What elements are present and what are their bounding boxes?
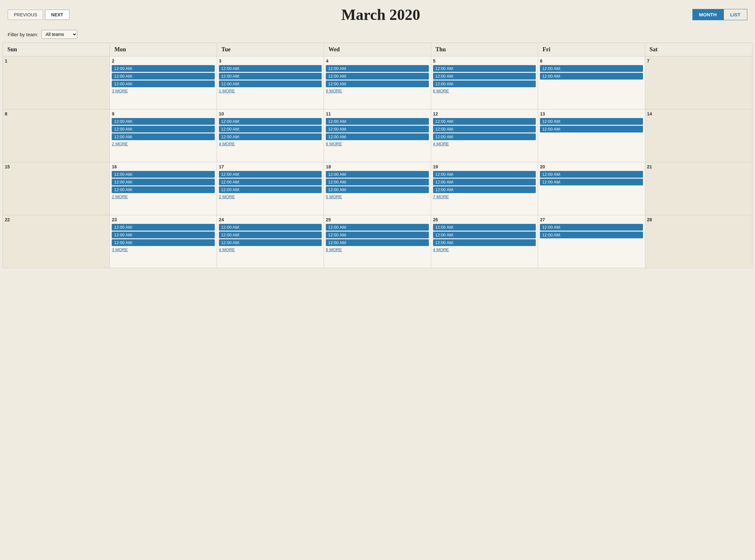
event-bar[interactable]: 12:00 AM: [219,224,322,231]
event-bar[interactable]: 12:00 AM: [112,239,214,246]
event-bar[interactable]: 12:00 AM: [219,239,322,246]
calendar-day-11: 1112:00 AM:12:00 AM:12:00 AM:6 MORE [324,109,431,162]
more-link[interactable]: 3 MORE [112,247,214,252]
more-link[interactable]: 6 MORE [326,247,428,252]
event-bar[interactable]: 12:00 AM: [540,224,643,231]
calendar-day-27: 2712:00 AM:12:00 AM: [538,215,645,268]
event-bar[interactable]: 12:00 AM: [540,126,643,133]
team-filter-select[interactable]: All teams Team A Team B Team C [41,30,77,39]
event-bar[interactable]: 12:00 AM: [326,171,428,178]
event-bar[interactable]: 12:00 AM: [219,232,322,238]
event-bar[interactable]: 12:00 AM: [433,126,536,133]
event-bar[interactable]: 12:00 AM: [112,80,214,87]
event-bar[interactable]: 12:00 AM: [112,134,214,140]
event-bar[interactable]: 12:00 AM: [433,134,536,140]
day-number: 2 [112,58,214,63]
more-link[interactable]: 6 MORE [326,141,428,146]
day-number: 5 [433,58,536,63]
calendar-day-19: 1912:00 AM:12:00 AM:12:00 AM:7 MORE [431,162,538,215]
calendar-day-25: 2512:00 AM:12:00 AM:12:00 AM:6 MORE [324,215,431,268]
next-button[interactable]: NEXT [45,9,69,20]
more-link[interactable]: 4 MORE [433,141,536,146]
previous-button[interactable]: PREVIOUS [8,9,43,20]
event-bar[interactable]: 12:00 AM: [433,80,536,87]
event-bar[interactable]: 12:00 AM: [433,73,536,80]
event-bar[interactable]: 12:00 AM: [540,179,643,185]
event-bar[interactable]: 12:00 AM: [540,65,643,72]
event-bar[interactable]: 12:00 AM: [326,224,428,231]
day-number: 1 [5,58,108,63]
event-bar[interactable]: 12:00 AM: [326,179,428,185]
event-bar[interactable]: 12:00 AM: [219,80,322,87]
event-bar[interactable]: 12:00 AM: [112,179,214,185]
event-bar[interactable]: 12:00 AM: [112,73,214,80]
day-number: 15 [5,164,108,169]
calendar-day-2: 212:00 AM:12:00 AM:12:00 AM:3 MORE [110,57,217,109]
event-bar[interactable]: 12:00 AM: [433,239,536,246]
event-bar[interactable]: 12:00 AM: [326,186,428,193]
calendar-day-21: 21 [645,162,752,215]
nav-buttons: PREVIOUS NEXT [8,9,69,20]
event-bar[interactable]: 12:00 AM: [326,126,428,133]
event-bar[interactable]: 12:00 AM: [219,134,322,140]
event-bar[interactable]: 12:00 AM: [540,118,643,125]
event-bar[interactable]: 12:00 AM: [433,186,536,193]
more-link[interactable]: 4 MORE [433,247,536,252]
event-bar[interactable]: 12:00 AM: [326,239,428,246]
header-mon: Mon [110,43,217,56]
event-bar[interactable]: 12:00 AM: [326,65,428,72]
day-number: 13 [540,111,643,116]
more-link[interactable]: 2 MORE [112,194,214,199]
event-bar[interactable]: 12:00 AM: [112,232,214,238]
event-bar[interactable]: 12:00 AM: [433,65,536,72]
calendar-day-6: 612:00 AM:12:00 AM: [538,57,645,109]
more-link[interactable]: 4 MORE [219,247,322,252]
day-number: 23 [112,217,214,222]
more-link[interactable]: 5 MORE [326,194,428,199]
day-number: 24 [219,217,322,222]
calendar-wrapper: Sun Mon Tue Wed Thu Fri Sat 1212:00 AM:1… [3,43,752,268]
more-link[interactable]: 7 MORE [433,194,536,199]
event-bar[interactable]: 12:00 AM: [326,118,428,125]
event-bar[interactable]: 12:00 AM: [219,118,322,125]
calendar-day-3: 312:00 AM:12:00 AM:12:00 AM:1 MORE [217,57,324,109]
event-bar[interactable]: 12:00 AM: [433,232,536,238]
event-bar[interactable]: 12:00 AM: [433,171,536,178]
event-bar[interactable]: 12:00 AM: [219,179,322,185]
event-bar[interactable]: 12:00 AM: [433,118,536,125]
event-bar[interactable]: 12:00 AM: [433,224,536,231]
event-bar[interactable]: 12:00 AM: [219,171,322,178]
list-view-button[interactable]: LIST [723,9,748,20]
more-link[interactable]: 2 MORE [219,194,322,199]
more-link[interactable]: 1 MORE [219,88,322,93]
event-bar[interactable]: 12:00 AM: [112,126,214,133]
view-toggle: MONTH LIST [692,9,748,20]
event-bar[interactable]: 12:00 AM: [219,65,322,72]
event-bar[interactable]: 12:00 AM: [219,73,322,80]
event-bar[interactable]: 12:00 AM: [540,232,643,238]
more-link[interactable]: 2 MORE [112,141,214,146]
event-bar[interactable]: 12:00 AM: [326,232,428,238]
more-link[interactable]: 4 MORE [219,141,322,146]
event-bar[interactable]: 12:00 AM: [326,80,428,87]
event-bar[interactable]: 12:00 AM: [326,73,428,80]
event-bar[interactable]: 12:00 AM: [433,179,536,185]
event-bar[interactable]: 12:00 AM: [112,118,214,125]
day-number: 6 [540,58,643,63]
more-link[interactable]: 3 MORE [112,88,214,93]
more-link[interactable]: 6 MORE [326,88,428,93]
event-bar[interactable]: 12:00 AM: [219,126,322,133]
event-bar[interactable]: 12:00 AM: [112,171,214,178]
event-bar[interactable]: 12:00 AM: [112,186,214,193]
event-bar[interactable]: 12:00 AM: [112,65,214,72]
month-view-button[interactable]: MONTH [692,9,723,20]
day-number: 17 [219,164,322,169]
event-bar[interactable]: 12:00 AM: [219,186,322,193]
calendar-header: Sun Mon Tue Wed Thu Fri Sat [3,43,752,57]
more-link[interactable]: 6 MORE [433,88,536,93]
event-bar[interactable]: 12:00 AM: [540,171,643,178]
event-bar[interactable]: 12:00 AM: [112,224,214,231]
calendar-day-16: 1612:00 AM:12:00 AM:12:00 AM:2 MORE [110,162,217,215]
event-bar[interactable]: 12:00 AM: [326,134,428,140]
event-bar[interactable]: 12:00 AM: [540,73,643,80]
